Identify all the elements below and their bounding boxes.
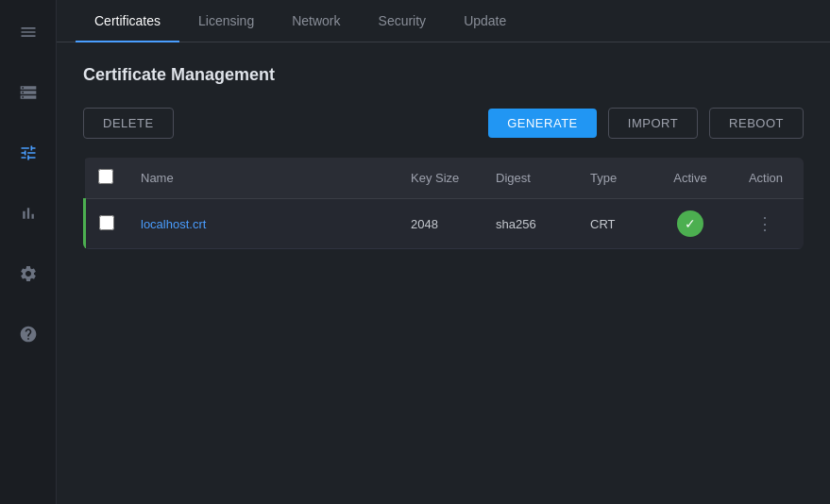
header-name: Name	[127, 158, 398, 199]
header-key-size: Key Size	[398, 158, 483, 199]
support-icon	[19, 325, 38, 344]
reboot-button[interactable]: REBOOT	[709, 108, 804, 139]
action-bar: DELETE GENERATE IMPORT REBOOT	[83, 108, 804, 139]
hamburger-icon	[19, 23, 38, 42]
sidebar-menu-icon[interactable]	[11, 15, 45, 49]
sidebar-item-support[interactable]	[11, 317, 45, 351]
page-title: Certificate Management	[83, 65, 804, 85]
delete-button[interactable]: DELETE	[83, 108, 174, 139]
sidebar-item-tuning[interactable]	[11, 136, 45, 170]
select-all-checkbox[interactable]	[98, 169, 113, 184]
tab-network[interactable]: Network	[273, 0, 359, 42]
tab-licensing[interactable]: Licensing	[179, 0, 273, 42]
table-header: Name Key Size Digest Type Active Action	[85, 158, 805, 199]
sidebar-item-storage[interactable]	[11, 76, 45, 109]
cert-name-link[interactable]: localhost.crt	[141, 217, 206, 231]
nav-tabs: Certificates Licensing Network Security …	[57, 0, 830, 42]
cert-digest-cell: sha256	[483, 199, 577, 249]
storage-icon	[19, 83, 38, 102]
header-active: Active	[652, 158, 728, 199]
active-checkmark: ✓	[677, 210, 703, 237]
header-action: Action	[728, 158, 804, 199]
chart-icon	[19, 204, 38, 223]
main-content: Certificates Licensing Network Security …	[57, 0, 830, 504]
cert-keysize-cell: 2048	[398, 199, 483, 249]
certificate-table: Name Key Size Digest Type Active Action …	[83, 158, 804, 249]
sidebar	[0, 0, 57, 504]
cert-name-cell: localhost.crt	[127, 199, 398, 249]
tab-update[interactable]: Update	[445, 0, 525, 42]
table-body: localhost.crt 2048 sha256 CRT ✓ ⋮	[85, 199, 805, 249]
import-button[interactable]: IMPORT	[608, 108, 698, 139]
sidebar-item-chart[interactable]	[11, 196, 45, 230]
sidebar-item-settings[interactable]	[11, 257, 45, 291]
gear-icon	[19, 264, 38, 283]
tab-security[interactable]: Security	[360, 0, 446, 42]
header-digest: Digest	[483, 158, 577, 199]
tuning-icon	[19, 143, 38, 162]
generate-button[interactable]: GENERATE	[488, 109, 597, 138]
header-checkbox-col	[85, 158, 128, 199]
row-checkbox-cell	[85, 199, 128, 249]
table-row: localhost.crt 2048 sha256 CRT ✓ ⋮	[85, 199, 805, 249]
cert-action-cell: ⋮	[728, 199, 804, 249]
row-checkbox-0[interactable]	[99, 215, 114, 230]
tab-certificates[interactable]: Certificates	[76, 0, 179, 42]
row-action-menu-button[interactable]: ⋮	[749, 211, 783, 236]
cert-type-cell: CRT	[577, 199, 652, 249]
header-type: Type	[577, 158, 652, 199]
cert-active-cell: ✓	[652, 199, 728, 249]
page-content: Certificate Management DELETE GENERATE I…	[57, 42, 830, 504]
